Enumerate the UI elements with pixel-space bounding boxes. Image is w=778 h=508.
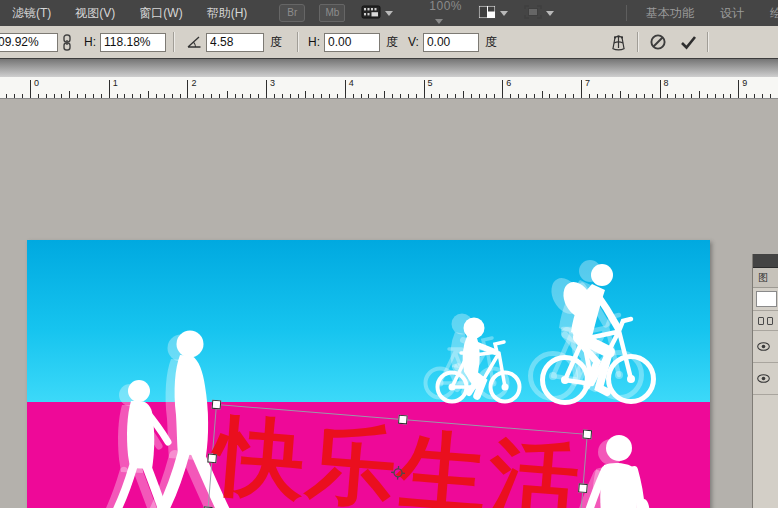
- link-dimensions-icon[interactable]: [62, 34, 72, 51]
- lock-icon[interactable]: [758, 317, 764, 325]
- ruler-tick: [644, 94, 645, 98]
- menu-bar: 滤镜(T) 视图(V) 窗口(W) 帮助(H) Br Mb 100%: [0, 0, 778, 27]
- ruler-tick: [518, 94, 519, 98]
- ruler-tick: [565, 94, 566, 98]
- ruler-tick: [581, 80, 582, 98]
- ruler-number: 7: [585, 78, 590, 88]
- screen-mode-button[interactable]: [524, 5, 554, 22]
- zoom-level-value: 100%: [429, 0, 462, 13]
- ruler-tick: [187, 80, 188, 98]
- transform-handle-top-middle[interactable]: [398, 415, 408, 425]
- cancel-icon: [649, 33, 667, 51]
- ruler-tick: [195, 94, 196, 98]
- menubar-separator: [626, 5, 627, 21]
- transform-reference-point[interactable]: [390, 465, 405, 480]
- ruler-tick: [242, 94, 243, 98]
- ruler-tick: [227, 91, 228, 98]
- transform-handle-top-right[interactable]: [582, 430, 592, 440]
- layer-visibility-eye-icon[interactable]: [757, 342, 770, 351]
- layers-panel-sliver: 图: [752, 254, 778, 508]
- chevron-down-icon: [435, 19, 443, 24]
- ruler-tick: [549, 94, 550, 98]
- cancel-transform-button[interactable]: [646, 30, 670, 54]
- arrange-documents-button[interactable]: [478, 5, 508, 22]
- h-skew-label: H:: [308, 35, 320, 49]
- scale-height-input[interactable]: [100, 33, 166, 52]
- launch-mini-bridge-button[interactable]: Mb: [319, 4, 345, 22]
- ruler-tick: [597, 94, 598, 98]
- ruler-number: 2: [191, 78, 196, 88]
- zoom-level-dropdown[interactable]: 100%: [429, 0, 462, 27]
- ruler-number: 6: [506, 78, 511, 88]
- ruler-tick: [691, 94, 692, 98]
- layers-panel-tab[interactable]: 图: [753, 268, 778, 288]
- ruler-tick: [628, 94, 629, 98]
- ruler-tick: [384, 91, 385, 98]
- ruler-tick: [46, 94, 47, 98]
- canvas[interactable]: Bai jingya 快乐生活: [27, 240, 710, 508]
- switch-warp-mode-button[interactable]: [606, 30, 630, 54]
- commit-transform-button[interactable]: [676, 30, 700, 54]
- workspace-essentials-button[interactable]: 基本功能: [633, 0, 707, 26]
- ruler-tick: [400, 94, 401, 98]
- ruler-tick: [738, 80, 739, 98]
- ruler-tick: [290, 94, 291, 98]
- ruler-tick: [235, 94, 236, 98]
- ruler-tick: [140, 94, 141, 98]
- ruler-tick: [368, 94, 369, 98]
- horizontal-ruler[interactable]: 0123456789: [0, 77, 778, 99]
- transform-handle-middle-left[interactable]: [207, 454, 217, 464]
- rotate-angle-icon: [186, 35, 202, 49]
- transform-handle-middle-right[interactable]: [578, 483, 588, 493]
- warp-mode-icon: [608, 33, 629, 52]
- scale-width-input[interactable]: [0, 33, 58, 52]
- ruler-tick: [180, 94, 181, 98]
- ruler-tick: [282, 94, 283, 98]
- ruler-tick: [219, 94, 220, 98]
- screen-mode-icon: [524, 5, 542, 22]
- ruler-tick: [683, 94, 684, 98]
- scale-height-label: H:: [84, 35, 96, 49]
- layer-visibility-eye-icon[interactable]: [757, 374, 770, 383]
- workspace-design-button[interactable]: 设计: [707, 0, 757, 26]
- menu-item-help[interactable]: 帮助(H): [195, 0, 260, 26]
- ruler-tick: [30, 80, 31, 98]
- ruler-tick: [762, 94, 763, 98]
- ruler-tick: [85, 94, 86, 98]
- ruler-tick: [353, 94, 354, 98]
- v-skew-input[interactable]: [423, 33, 479, 52]
- filmstrip-icon: [361, 4, 381, 23]
- blend-mode-field[interactable]: [753, 288, 778, 311]
- workspace-painting-button[interactable]: 绘画: [757, 0, 778, 26]
- chevron-down-icon: [546, 11, 554, 16]
- launch-bridge-button[interactable]: Br: [279, 4, 305, 22]
- ruler-tick: [203, 94, 204, 98]
- ruler-tick: [6, 94, 7, 98]
- h-skew-input[interactable]: [324, 33, 380, 52]
- rotate-angle-input[interactable]: [206, 33, 264, 52]
- photoshop-window: 滤镜(T) 视图(V) 窗口(W) 帮助(H) Br Mb 100%: [0, 0, 778, 508]
- menu-item-view[interactable]: 视图(V): [63, 0, 127, 26]
- menu-item-window[interactable]: 窗口(W): [127, 0, 194, 26]
- view-extras-button[interactable]: [361, 4, 393, 23]
- ruler-tick: [439, 94, 440, 98]
- ruler-tick: [38, 94, 39, 98]
- checkmark-icon: [680, 34, 697, 50]
- ruler-tick: [486, 94, 487, 98]
- ruler-tick: [502, 80, 503, 98]
- layer-row[interactable]: [753, 363, 778, 395]
- h-skew-unit-label: 度: [386, 34, 398, 51]
- ruler-tick: [494, 94, 495, 98]
- ruler-tick: [329, 94, 330, 98]
- ruler-tick: [431, 94, 432, 98]
- menu-item-filter[interactable]: 滤镜(T): [0, 0, 63, 26]
- layer-row[interactable]: [753, 331, 778, 363]
- ruler-tick: [164, 94, 165, 98]
- ruler-tick: [156, 94, 157, 98]
- window-frame-strip: [0, 58, 778, 78]
- ruler-tick: [258, 94, 259, 98]
- transform-handle-top-left[interactable]: [212, 400, 222, 410]
- ruler-tick: [746, 94, 747, 98]
- ruler-tick: [77, 94, 78, 98]
- lock-icon[interactable]: [767, 317, 773, 325]
